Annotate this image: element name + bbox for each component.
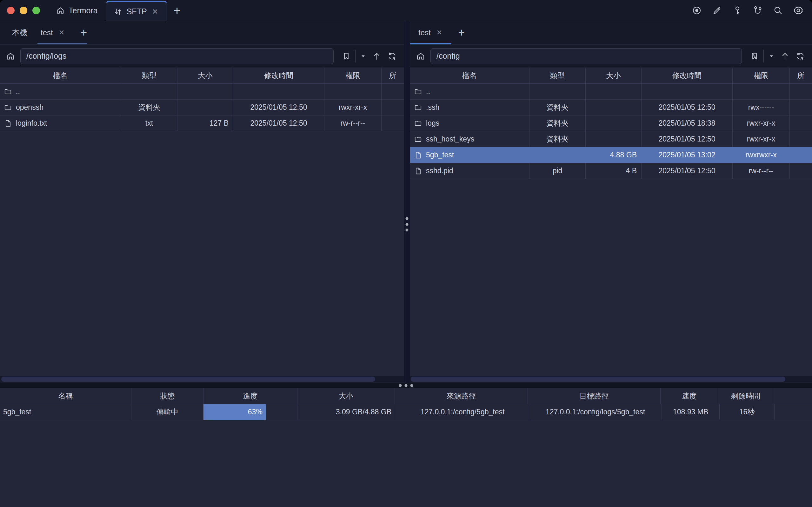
tab-label: test	[41, 28, 53, 37]
file-permissions-cell: rwx------	[733, 100, 790, 115]
column-header-modified[interactable]: 修改時間	[642, 68, 733, 83]
file-name-cell: ..	[410, 84, 530, 99]
tab-sftp[interactable]: SFTP ✕	[106, 1, 167, 21]
app-window: Termora SFTP ✕ +	[0, 0, 812, 507]
column-header-modified[interactable]: 修改時間	[233, 68, 324, 83]
app-tab-label: Termora	[68, 6, 98, 15]
file-row[interactable]: ssh_host_keys資料夾2025/01/05 12:50rwxr-xr-…	[410, 131, 812, 147]
refresh-icon[interactable]	[385, 49, 399, 63]
file-size-cell: 4 B	[586, 163, 642, 179]
file-name: logs	[426, 119, 439, 127]
tab-test-right[interactable]: test ✕	[418, 28, 443, 38]
file-row[interactable]: 5gb_test4.88 GB2025/01/05 13:02rwxrwxr-x	[410, 147, 812, 163]
column-header-spacer	[773, 388, 812, 404]
new-pane-tab-button-left[interactable]: +	[80, 26, 87, 39]
column-header-transfer-name[interactable]: 名稱	[0, 388, 131, 404]
file-row[interactable]: ..	[0, 84, 404, 100]
local-path-input[interactable]	[20, 48, 334, 64]
file-row[interactable]: logs資料夾2025/01/05 18:38rwxr-xr-x	[410, 115, 812, 131]
arrow-up-icon[interactable]	[778, 49, 792, 63]
file-owner-cell	[382, 84, 404, 99]
file-name-cell: openssh	[0, 100, 121, 115]
bookmark-slash-icon[interactable]	[748, 49, 762, 63]
titlebar-actions	[691, 0, 804, 21]
new-pane-tab-button-right[interactable]: +	[458, 26, 465, 39]
file-modified-cell: 2025/01/05 12:50	[642, 100, 733, 115]
file-name: ssh_host_keys	[426, 135, 474, 144]
column-header-type[interactable]: 類型	[530, 68, 586, 83]
file-row[interactable]: sshd.pidpid4 B2025/01/05 12:50rw-r--r--	[410, 163, 812, 179]
column-header-size[interactable]: 大小	[177, 68, 233, 83]
file-owner-cell	[382, 100, 404, 115]
tab-test-left[interactable]: test ✕	[41, 28, 66, 38]
close-icon[interactable]: ✕	[435, 28, 443, 38]
local-path-bar	[0, 44, 404, 68]
column-header-status[interactable]: 狀態	[131, 388, 204, 404]
column-header-size[interactable]: 大小	[586, 68, 642, 83]
column-header-target-path[interactable]: 目標路徑	[528, 388, 661, 404]
close-window-button[interactable]	[7, 7, 15, 14]
vertical-splitter[interactable]	[404, 21, 410, 383]
file-modified-cell: 2025/01/05 12:50	[642, 131, 733, 147]
column-header-remaining-time[interactable]: 剩餘時間	[718, 388, 773, 404]
file-row[interactable]: .ssh資料夾2025/01/05 12:50rwx------	[410, 100, 812, 115]
column-header-name[interactable]: 檔名	[410, 68, 530, 83]
column-header-permissions[interactable]: 權限	[733, 68, 790, 83]
minimize-window-button[interactable]	[20, 7, 27, 14]
column-header-speed[interactable]: 速度	[661, 388, 718, 404]
file-row[interactable]: openssh資料夾2025/01/05 12:50rwxr-xr-x	[0, 100, 404, 115]
scrollbar-thumb[interactable]	[411, 377, 785, 382]
column-header-owner[interactable]: 所	[790, 68, 812, 83]
column-header-source-path[interactable]: 來源路徑	[395, 388, 528, 404]
tab-local-machine[interactable]: 本機	[12, 27, 27, 38]
column-header-owner[interactable]: 所	[382, 68, 404, 83]
key-icon[interactable]	[732, 5, 743, 16]
file-icon	[414, 167, 422, 175]
zoom-window-button[interactable]	[33, 7, 40, 14]
file-name: ..	[426, 87, 430, 96]
remote-file-table: 檔名 類型 大小 修改時間 權限 所 ...ssh資料夾2025/01/05 1…	[410, 68, 812, 376]
remote-path-input[interactable]	[430, 48, 742, 64]
bookmark-icon[interactable]	[339, 49, 353, 63]
file-row[interactable]: loginfo.txttxt127 B2025/01/05 12:50rw-r-…	[0, 115, 404, 131]
file-size-cell: 127 B	[177, 115, 233, 131]
file-size-cell	[177, 100, 233, 115]
remote-pane: test ✕ +	[410, 21, 812, 383]
local-file-rows: ..openssh資料夾2025/01/05 12:50rwxr-xr-xlog…	[0, 84, 404, 131]
scrollbar-thumb[interactable]	[1, 377, 375, 382]
file-permissions-cell: rwxr-xr-x	[733, 115, 790, 131]
new-window-tab-button[interactable]: +	[167, 0, 187, 21]
close-icon[interactable]: ✕	[151, 7, 160, 17]
column-header-type[interactable]: 類型	[121, 68, 177, 83]
record-icon[interactable]	[691, 5, 702, 16]
chevron-down-icon[interactable]	[766, 49, 777, 63]
column-header-transfer-size[interactable]: 大小	[297, 388, 395, 404]
file-permissions-cell	[324, 84, 382, 99]
file-name: sshd.pid	[426, 167, 453, 175]
file-owner-cell	[382, 115, 404, 131]
keychain-icon[interactable]	[752, 5, 763, 16]
column-header-permissions[interactable]: 權限	[324, 68, 382, 83]
column-header-progress[interactable]: 進度	[204, 388, 297, 404]
arrow-up-icon[interactable]	[370, 49, 384, 63]
transfer-speed: 108.93 MB	[662, 404, 720, 420]
pencil-icon[interactable]	[712, 5, 722, 16]
home-icon[interactable]	[3, 49, 18, 63]
chevron-down-icon[interactable]	[358, 49, 369, 63]
file-modified-cell: 2025/01/05 13:02	[642, 147, 733, 163]
transfer-row[interactable]: 5gb_test 傳輸中 63% 3.09 GB/4.88 GB 127.0.0…	[0, 404, 812, 420]
home-icon[interactable]	[413, 49, 428, 63]
close-icon[interactable]: ✕	[57, 28, 66, 38]
search-icon[interactable]	[773, 5, 783, 16]
horizontal-splitter[interactable]	[0, 383, 812, 388]
column-header-name[interactable]: 檔名	[0, 68, 121, 83]
gear-icon[interactable]	[793, 5, 804, 16]
local-pane-tabs: 本機 test ✕ +	[0, 21, 404, 44]
divider	[355, 50, 356, 62]
refresh-icon[interactable]	[793, 49, 808, 63]
tab-termora-home[interactable]: Termora	[48, 0, 106, 21]
splitter-grip-icon	[399, 384, 413, 387]
file-row[interactable]: ..	[410, 84, 812, 100]
file-name: 5gb_test	[426, 151, 454, 159]
folder-icon	[414, 135, 422, 144]
